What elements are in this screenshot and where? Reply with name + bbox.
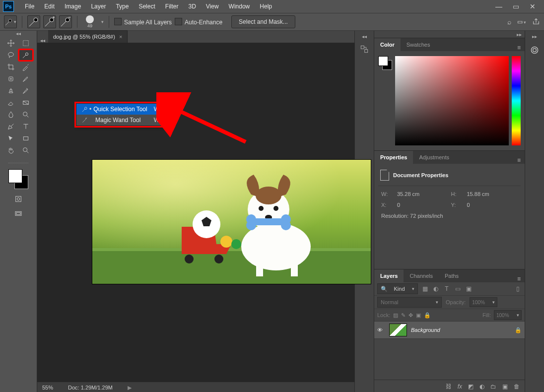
filter-pixel-icon[interactable]: ▦ xyxy=(421,285,429,293)
menu-file[interactable]: File xyxy=(20,0,39,13)
adjustment-layer-icon[interactable]: ◐ xyxy=(479,383,484,390)
workspace-switcher-icon[interactable]: ▭▾ xyxy=(517,18,526,25)
quick-selection-tool[interactable] xyxy=(19,50,33,61)
layer-locked-icon[interactable]: 🔒 xyxy=(515,327,522,333)
gradient-tool[interactable] xyxy=(19,97,33,108)
current-tool-icon[interactable]: ▾ xyxy=(4,15,17,28)
blur-tool[interactable] xyxy=(4,109,18,120)
eyedropper-tool[interactable] xyxy=(19,62,33,72)
menu-help[interactable]: Help xyxy=(255,0,277,13)
add-selection-icon[interactable] xyxy=(43,15,56,28)
clone-stamp-tool[interactable] xyxy=(4,85,18,96)
history-brush-tool[interactable] xyxy=(19,85,33,96)
menu-view[interactable]: View xyxy=(201,0,224,13)
flyout-quick-selection[interactable]: • Quick Selection Tool W xyxy=(76,104,163,115)
fill-input[interactable]: 100%▾ xyxy=(494,310,522,320)
lock-pixels-icon[interactable]: ✎ xyxy=(401,312,406,319)
menu-3d[interactable]: 3D xyxy=(183,0,201,13)
sample-all-layers-checkbox[interactable]: Sample All Layers xyxy=(114,18,172,26)
type-tool[interactable] xyxy=(19,121,33,132)
layer-name[interactable]: Background xyxy=(411,327,440,333)
mini-fg-swatch[interactable] xyxy=(378,56,388,66)
menu-edit[interactable]: Edit xyxy=(39,0,60,13)
path-selection-tool[interactable] xyxy=(4,133,18,144)
tab-adjustments[interactable]: Adjustments xyxy=(413,151,455,164)
lock-transparent-icon[interactable]: ▨ xyxy=(393,312,398,319)
zoom-level[interactable]: 55% xyxy=(42,385,53,391)
tab-close-icon[interactable]: × xyxy=(119,34,122,40)
layer-row-background[interactable]: 👁 Background 🔒 xyxy=(374,322,525,339)
marquee-tool[interactable] xyxy=(19,38,33,49)
opacity-input[interactable]: 100%▾ xyxy=(470,297,497,307)
color-picker-field[interactable] xyxy=(395,56,521,145)
tab-channels[interactable]: Channels xyxy=(404,269,438,282)
close-icon[interactable]: ✕ xyxy=(524,1,541,11)
filter-smart-icon[interactable]: ▣ xyxy=(465,285,473,293)
move-tool[interactable] xyxy=(4,38,18,49)
lasso-tool[interactable] xyxy=(4,50,18,61)
lock-position-icon[interactable]: ✥ xyxy=(408,312,413,319)
menu-type[interactable]: Type xyxy=(111,0,134,13)
filter-adjust-icon[interactable]: ◐ xyxy=(432,285,440,293)
canvas-image[interactable] xyxy=(92,159,371,284)
pen-tool[interactable] xyxy=(4,121,18,132)
document-tab[interactable]: dog.jpg @ 55% (RGB/8#) × xyxy=(48,30,128,43)
menu-layer[interactable]: Layer xyxy=(86,0,111,13)
rectangle-tool[interactable] xyxy=(19,133,33,144)
blend-mode-select[interactable]: Normal▾ xyxy=(377,297,442,308)
subtract-selection-icon[interactable] xyxy=(59,15,72,28)
menu-window[interactable]: Window xyxy=(224,0,255,13)
menu-filter[interactable]: Filter xyxy=(160,0,184,13)
collapse-left-icon[interactable]: ◂◂ xyxy=(37,38,48,43)
flyout-magic-wand[interactable]: Magic Wand Tool W xyxy=(76,115,163,126)
healing-brush-tool[interactable] xyxy=(4,73,18,84)
foreground-background-swatches[interactable] xyxy=(8,169,28,189)
screen-mode-icon[interactable] xyxy=(13,209,24,219)
share-icon[interactable] xyxy=(532,17,540,27)
select-and-mask-button[interactable]: Select and Mask... xyxy=(231,15,295,28)
layer-filter-kind[interactable]: 🔍Kind▾ xyxy=(377,283,418,294)
new-layer-icon[interactable]: ▣ xyxy=(502,383,508,390)
tab-swatches[interactable]: Swatches xyxy=(401,38,436,51)
layer-thumbnail[interactable] xyxy=(389,324,407,336)
filter-shape-icon[interactable]: ▭ xyxy=(454,285,462,293)
hue-slider[interactable] xyxy=(512,56,521,145)
minimize-icon[interactable]: — xyxy=(490,1,507,11)
hand-tool[interactable] xyxy=(4,145,18,156)
tab-layers[interactable]: Layers xyxy=(374,269,404,282)
tab-paths[interactable]: Paths xyxy=(439,269,465,282)
maximize-icon[interactable]: ▭ xyxy=(507,1,524,11)
menu-select[interactable]: Select xyxy=(134,0,160,13)
tab-color[interactable]: Color xyxy=(374,38,401,51)
layer-group-icon[interactable]: 🗀 xyxy=(490,383,496,390)
history-panel-icon[interactable] xyxy=(358,43,371,56)
brush-size-picker[interactable]: 49 xyxy=(82,15,97,28)
layer-fx-icon[interactable]: fx xyxy=(458,383,462,390)
panel-menu-icon[interactable]: ≡ xyxy=(513,157,525,164)
new-selection-icon[interactable] xyxy=(27,15,40,28)
layer-mask-icon[interactable]: ◩ xyxy=(468,383,474,390)
doc-size[interactable]: Doc: 1.29M/1.29M xyxy=(68,385,113,391)
link-layers-icon[interactable]: ⛓ xyxy=(446,383,452,390)
collapse-strip-icon[interactable]: ◂◂ xyxy=(362,34,367,39)
tab-properties[interactable]: Properties xyxy=(374,151,413,164)
filter-type-icon[interactable]: T xyxy=(443,285,451,293)
panel-menu-icon[interactable]: ≡ xyxy=(513,275,525,282)
zoom-tool[interactable] xyxy=(19,145,33,156)
visibility-icon[interactable]: 👁 xyxy=(377,327,385,333)
libraries-icon[interactable] xyxy=(528,44,541,57)
delete-layer-icon[interactable]: 🗑 xyxy=(514,383,520,390)
lock-all-icon[interactable]: 🔒 xyxy=(424,312,431,319)
collapse-toolbar-icon[interactable]: ◂◂ xyxy=(0,31,37,36)
foreground-color-swatch[interactable] xyxy=(8,169,22,183)
crop-tool[interactable] xyxy=(4,62,18,72)
dodge-tool[interactable] xyxy=(19,109,33,120)
filter-toggle-icon[interactable]: ▯ xyxy=(514,285,522,293)
quick-mask-icon[interactable] xyxy=(13,194,24,204)
menu-image[interactable]: Image xyxy=(60,0,86,13)
statusbar-arrow-icon[interactable]: ▶ xyxy=(128,385,132,391)
color-mini-swatches[interactable] xyxy=(378,56,392,70)
collapse-far-right-icon[interactable]: ▸▸ xyxy=(532,34,537,39)
search-icon[interactable]: ⌕ xyxy=(507,18,511,26)
collapse-panels-icon[interactable]: ▸▸ xyxy=(514,31,525,38)
